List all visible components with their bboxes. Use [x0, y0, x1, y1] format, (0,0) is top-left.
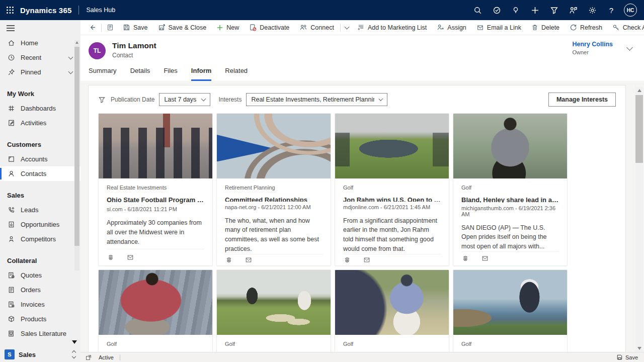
- sidebar-item-activities[interactable]: Activities: [0, 116, 80, 130]
- assistant-button[interactable]: [506, 0, 525, 20]
- interests-label: Interests: [218, 96, 242, 103]
- user-avatar[interactable]: HC: [621, 0, 640, 20]
- news-cards-grid: Real Estate Investments Ohio State Footb…: [98, 113, 616, 352]
- sidebar-item-contacts[interactable]: Contacts: [0, 166, 80, 181]
- email-a-link-button[interactable]: Email a Link: [471, 21, 526, 35]
- quick-create-button[interactable]: [525, 0, 544, 20]
- help-button[interactable]: ?: [602, 0, 621, 20]
- area-switcher[interactable]: S Sales: [0, 347, 80, 362]
- sidebar-scrollbar[interactable]: [74, 40, 79, 270]
- view-icon[interactable]: [461, 254, 469, 262]
- site-map-sidebar: Home Recent Pinned My Work Dashboards Ac…: [0, 20, 80, 362]
- view-icon[interactable]: [225, 256, 233, 264]
- chevron-down-icon[interactable]: [68, 54, 73, 59]
- deactivate-button[interactable]: Deactivate: [244, 21, 294, 35]
- app-title[interactable]: Dynamics 365: [20, 6, 71, 15]
- app-launcher-waffle-icon[interactable]: [0, 0, 20, 20]
- sidebar-item-dashboards[interactable]: Dashboards: [0, 101, 80, 116]
- delete-button[interactable]: Delete: [526, 21, 565, 35]
- check-access-button[interactable]: Check Access: [607, 21, 644, 35]
- sidebar-item-orders[interactable]: Orders: [0, 283, 80, 297]
- interests-select[interactable]: Real Estate Investments, Retirement Plan…: [246, 93, 387, 106]
- search-button[interactable]: [468, 0, 487, 20]
- tab-details[interactable]: Details: [130, 64, 150, 81]
- card-title[interactable]: Bland, Henley share lead in a US Open ..…: [461, 196, 559, 203]
- form-selector-button[interactable]: [103, 21, 118, 35]
- connect-split-chevron[interactable]: [342, 21, 352, 35]
- email-icon[interactable]: [363, 256, 371, 263]
- scroll-up-arrow-icon[interactable]: [637, 89, 641, 92]
- area-title[interactable]: Sales Hub: [86, 7, 115, 14]
- sidebar-item-opportunities[interactable]: Opportunities: [0, 217, 80, 232]
- hamburger-icon: [7, 25, 15, 32]
- teaching-check-button[interactable]: [487, 0, 506, 20]
- main-scrollbar-thumb[interactable]: [635, 95, 643, 163]
- filter-button[interactable]: [544, 0, 564, 20]
- card-category: Golf: [343, 341, 441, 347]
- email-icon[interactable]: [126, 254, 134, 261]
- manage-interests-button[interactable]: Manage Interests: [548, 93, 616, 107]
- news-card[interactable]: Golf: [216, 269, 331, 352]
- collapse-sidebar-button[interactable]: [0, 20, 80, 36]
- sidebar-item-leads[interactable]: Leads: [0, 203, 80, 217]
- sidebar-item-invoices[interactable]: Invoices: [0, 297, 80, 312]
- sidebar-item-accounts[interactable]: Accounts: [0, 152, 80, 166]
- guided-tour-button[interactable]: [564, 0, 583, 20]
- refresh-icon: [570, 24, 577, 31]
- settings-gear-icon: [588, 6, 597, 15]
- news-card[interactable]: Real Estate Investments Ohio State Footb…: [98, 113, 213, 266]
- filter-row: Publication Date Last 7 days Interests R…: [98, 93, 616, 107]
- refresh-button[interactable]: Refresh: [565, 21, 607, 35]
- chevron-down-icon[interactable]: [68, 69, 73, 74]
- tab-inform[interactable]: Inform: [191, 64, 211, 81]
- sidebar-item-sales-literature[interactable]: Sales Literature: [0, 326, 80, 341]
- assign-icon: [437, 24, 444, 31]
- connect-button[interactable]: Connect: [294, 21, 339, 35]
- new-button[interactable]: New: [211, 21, 244, 35]
- news-card[interactable]: Golf Bland, Henley share lead in a US Op…: [453, 113, 568, 266]
- settings-button[interactable]: [583, 0, 602, 20]
- sidebar-item-competitors[interactable]: Competitors: [0, 232, 80, 246]
- publication-date-select[interactable]: Last 7 days: [159, 93, 210, 106]
- news-card[interactable]: Golf Jon Rahm wins U.S. Open to claim fi…: [335, 113, 449, 266]
- card-title[interactable]: Ohio State Football Program Hosts Job ..…: [107, 196, 204, 204]
- back-button[interactable]: [85, 21, 100, 35]
- card-footer: [107, 249, 204, 265]
- sidebar-more-items-arrow-icon[interactable]: [72, 340, 77, 344]
- record-name: Tim Lamont: [112, 41, 156, 50]
- interests-value: Real Estate Investments, Retirement Plan…: [251, 96, 374, 103]
- card-title[interactable]: Committeed Relationships: [225, 196, 323, 202]
- sidebar-scrollbar-thumb[interactable]: [74, 47, 79, 246]
- sidebar-item-products[interactable]: Products: [0, 312, 80, 326]
- owner-link[interactable]: Henry Collins: [572, 41, 613, 48]
- save-button[interactable]: Save: [118, 21, 153, 35]
- main-scrollbar[interactable]: [635, 87, 643, 352]
- view-icon[interactable]: [343, 256, 351, 264]
- header-chevron-down-icon[interactable]: [626, 44, 633, 51]
- add-to-marketing-list-button[interactable]: Add to Marketing List: [352, 21, 432, 35]
- popout-icon[interactable]: [86, 354, 92, 360]
- news-card[interactable]: Golf: [335, 269, 449, 352]
- sidebar-item-pinned[interactable]: Pinned: [0, 65, 80, 79]
- news-card[interactable]: Golf: [453, 269, 568, 352]
- news-card[interactable]: Retirement Planning Committeed Relations…: [216, 113, 331, 266]
- tab-related[interactable]: Related: [225, 64, 248, 81]
- view-icon[interactable]: [107, 253, 115, 261]
- save-and-close-button[interactable]: Save & Close: [153, 21, 212, 35]
- card-title[interactable]: Jon Rahm wins U.S. Open to claim first .…: [343, 196, 441, 202]
- status-save-button[interactable]: Save: [616, 354, 638, 360]
- email-icon[interactable]: [481, 255, 489, 262]
- sidebar-item-home[interactable]: Home: [0, 36, 80, 50]
- sidebar-item-recent[interactable]: Recent: [0, 50, 80, 65]
- scroll-down-arrow-icon[interactable]: [637, 347, 641, 350]
- check-access-icon: [612, 24, 620, 31]
- assign-button[interactable]: Assign: [432, 21, 471, 35]
- tab-summary[interactable]: Summary: [89, 64, 117, 81]
- leads-icon: [7, 206, 15, 214]
- email-icon[interactable]: [245, 256, 253, 263]
- news-card[interactable]: Golf: [98, 269, 213, 352]
- scroll-up-arrow-icon[interactable]: [75, 41, 78, 44]
- tab-files[interactable]: Files: [164, 64, 177, 81]
- sidebar-item-quotes[interactable]: Quotes: [0, 268, 80, 283]
- card-category: Golf: [225, 341, 323, 347]
